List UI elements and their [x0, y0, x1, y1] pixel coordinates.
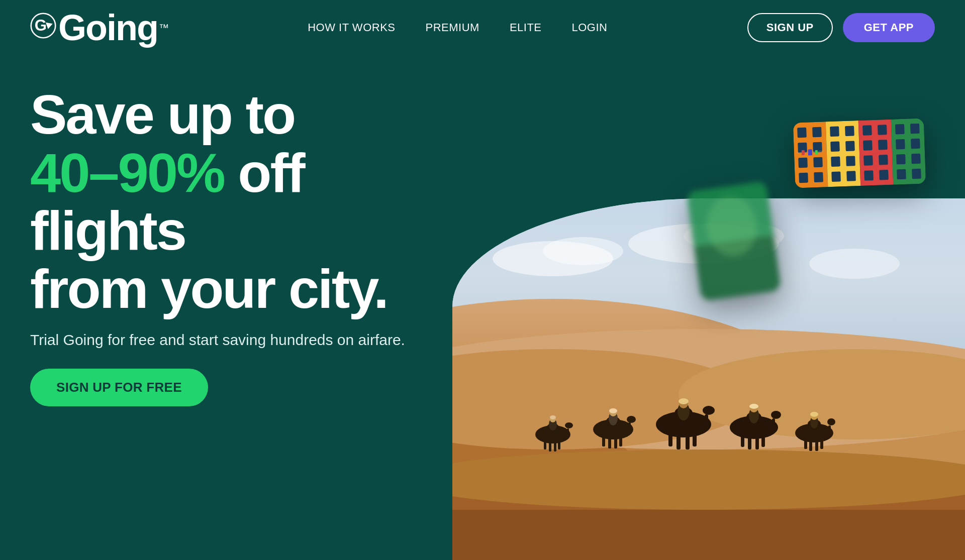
- logo-tm: ™: [159, 23, 168, 33]
- signup-free-button[interactable]: SIGN UP FOR FREE: [30, 369, 208, 406]
- svg-point-38: [609, 408, 617, 413]
- svg-rect-55: [761, 434, 765, 447]
- nav-premium[interactable]: PREMIUM: [425, 21, 479, 34]
- svg-rect-52: [748, 435, 751, 450]
- logo[interactable]: G Going™: [30, 10, 168, 46]
- svg-rect-82: [813, 157, 823, 168]
- nav-how-it-works[interactable]: HOW IT WORKS: [308, 21, 395, 34]
- svg-rect-72: [452, 510, 965, 560]
- svg-rect-32: [602, 435, 605, 446]
- svg-rect-34: [628, 422, 631, 433]
- svg-rect-105: [896, 154, 906, 165]
- svg-rect-45: [705, 414, 708, 428]
- svg-rect-95: [863, 140, 873, 151]
- svg-rect-85: [830, 126, 839, 137]
- svg-point-57: [771, 411, 781, 419]
- svg-point-24: [565, 422, 573, 428]
- svg-point-27: [550, 415, 556, 419]
- svg-rect-67: [828, 425, 831, 435]
- svg-rect-43: [668, 432, 672, 446]
- svg-rect-64: [815, 439, 818, 451]
- svg-rect-44: [693, 432, 697, 446]
- svg-rect-81: [798, 158, 808, 168]
- svg-rect-84: [814, 172, 823, 183]
- svg-text:G: G: [35, 17, 46, 34]
- svg-rect-83: [799, 173, 808, 183]
- svg-rect-100: [879, 170, 889, 180]
- svg-rect-20: [554, 440, 556, 452]
- getapp-button[interactable]: GET APP: [843, 13, 935, 42]
- svg-rect-108: [912, 169, 921, 179]
- svg-rect-92: [846, 171, 856, 181]
- svg-rect-56: [772, 418, 775, 430]
- svg-rect-101: [895, 124, 905, 135]
- nav-links: HOW IT WORKS PREMIUM ELITE LOGIN: [308, 21, 607, 34]
- svg-point-46: [703, 406, 715, 415]
- svg-rect-23: [567, 428, 569, 438]
- svg-rect-89: [831, 156, 840, 167]
- svg-rect-66: [820, 438, 823, 449]
- svg-rect-88: [845, 141, 855, 151]
- svg-rect-102: [910, 124, 920, 134]
- svg-rect-63: [809, 439, 812, 451]
- building-card: [793, 119, 926, 188]
- hero-subtext: Trial Going for free and start saving hu…: [30, 329, 462, 351]
- svg-rect-87: [830, 141, 840, 152]
- svg-point-71: [810, 412, 818, 417]
- svg-point-35: [627, 416, 636, 423]
- svg-rect-65: [804, 438, 807, 449]
- svg-rect-103: [896, 139, 905, 150]
- svg-rect-22: [558, 439, 560, 450]
- svg-rect-106: [911, 154, 921, 164]
- svg-rect-97: [863, 155, 873, 166]
- svg-rect-96: [878, 140, 888, 150]
- headline-line3: from your city.: [30, 258, 388, 319]
- hero-images: [452, 55, 965, 560]
- headline-line1: Save up to: [30, 83, 295, 145]
- svg-rect-33: [619, 435, 622, 446]
- nav-elite[interactable]: ELITE: [510, 21, 542, 34]
- navbar: G Going™ HOW IT WORKS PREMIUM ELITE LOGI…: [0, 0, 965, 55]
- svg-rect-90: [846, 156, 855, 166]
- svg-point-68: [827, 418, 835, 425]
- svg-rect-94: [878, 125, 887, 135]
- logo-text: Going: [58, 10, 158, 46]
- svg-rect-53: [755, 435, 759, 450]
- svg-point-16: [452, 450, 965, 510]
- svg-rect-21: [544, 439, 546, 450]
- nav-actions: SIGN UP GET APP: [747, 13, 935, 42]
- svg-rect-111: [808, 149, 812, 155]
- svg-rect-98: [879, 155, 888, 165]
- svg-rect-54: [741, 434, 744, 447]
- hero-section: Save up to 40–90% off flights from your …: [0, 55, 965, 560]
- svg-rect-19: [549, 440, 551, 452]
- svg-rect-104: [911, 139, 920, 149]
- svg-rect-99: [864, 170, 874, 181]
- svg-rect-91: [831, 171, 841, 182]
- svg-rect-112: [815, 150, 818, 155]
- headline: Save up to 40–90% off flights from your …: [30, 85, 462, 317]
- nav-login[interactable]: LOGIN: [572, 21, 608, 34]
- svg-rect-41: [677, 433, 681, 450]
- logo-icon: G: [30, 13, 56, 39]
- hero-content: Save up to 40–90% off flights from your …: [30, 85, 462, 406]
- signup-button[interactable]: SIGN UP: [747, 13, 833, 42]
- svg-rect-110: [802, 150, 805, 155]
- svg-rect-107: [897, 169, 906, 180]
- svg-rect-93: [862, 125, 872, 136]
- svg-rect-86: [845, 126, 854, 136]
- svg-point-60: [749, 404, 758, 409]
- svg-rect-78: [812, 127, 822, 138]
- blurry-photo-card: [686, 181, 781, 301]
- svg-rect-30: [608, 436, 611, 449]
- svg-rect-77: [797, 128, 807, 138]
- svg-point-4: [543, 237, 623, 265]
- svg-point-7: [809, 249, 900, 279]
- svg-rect-42: [686, 433, 690, 450]
- svg-rect-31: [614, 436, 617, 449]
- svg-point-49: [679, 398, 689, 404]
- headline-highlight: 40–90%: [30, 142, 224, 203]
